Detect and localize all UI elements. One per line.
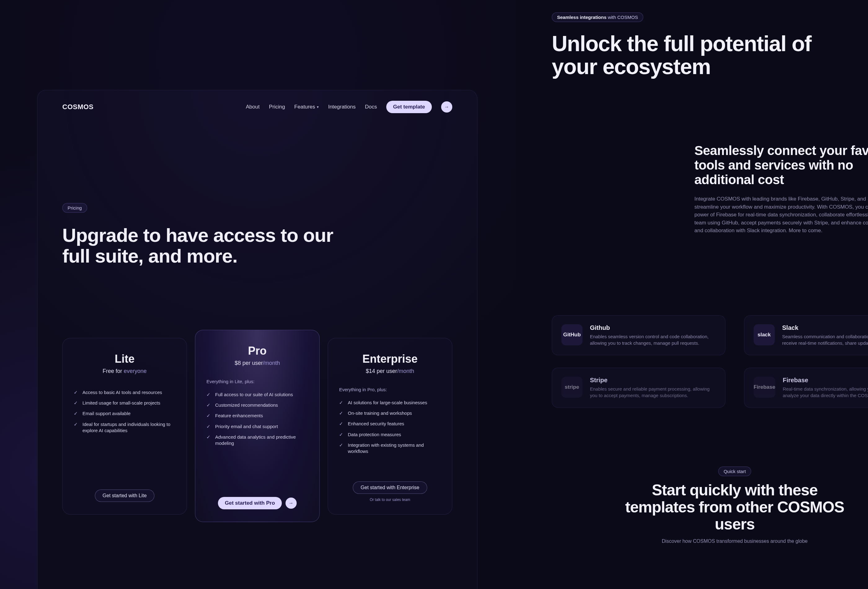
- plan-pro-price-prefix: $8 per user: [235, 360, 263, 366]
- check-icon: ✓: [339, 411, 344, 416]
- integration-card-slack[interactable]: slack Slack Seamless communication and c…: [744, 315, 868, 355]
- check-icon: ✓: [207, 403, 211, 408]
- get-template-button[interactable]: Get template: [386, 101, 432, 113]
- plan-card-enterprise: Enterprise $14 per user/month Everything…: [328, 338, 452, 515]
- plan-pro-price-suffix: /month: [263, 360, 280, 366]
- check-icon: ✓: [74, 400, 79, 406]
- plan-pro-price: $8 per user/month: [207, 360, 308, 366]
- github-icon: GitHub: [561, 324, 583, 345]
- plan-enterprise-features: ✓AI solutions for large-scale businesses…: [339, 400, 441, 455]
- check-icon: ✓: [207, 424, 211, 430]
- quickstart-title: Start quickly with these templates from …: [623, 482, 846, 533]
- plan-enterprise-price-prefix: $14 per user: [366, 368, 397, 374]
- check-icon: ✓: [74, 411, 79, 417]
- integration-title: Firebase: [783, 376, 868, 384]
- list-item: Priority email and chat support: [215, 424, 278, 430]
- plan-pro-name: Pro: [207, 344, 308, 357]
- logo[interactable]: COSMOS: [62, 103, 94, 111]
- integration-title: Github: [590, 324, 716, 331]
- plan-enterprise-price: $14 per user/month: [339, 368, 441, 375]
- integration-title: Slack: [782, 324, 868, 331]
- list-item: Customized recommendations: [215, 402, 278, 408]
- list-item: On-site training and workshops: [348, 410, 412, 416]
- list-item: Email support available: [83, 410, 130, 417]
- check-icon: ✓: [339, 432, 344, 438]
- chevron-down-icon: ▾: [317, 105, 319, 109]
- pricing-tag: Pricing: [62, 203, 87, 213]
- enterprise-cta-button[interactable]: Get started with Enterprise: [353, 481, 427, 494]
- pro-cta-button[interactable]: Get started with Pro: [218, 497, 282, 509]
- integrations-tag-rest: with COSMOS: [606, 15, 638, 20]
- plan-enterprise-name: Enterprise: [339, 353, 441, 366]
- enterprise-sales-link[interactable]: Or talk to our sales team: [370, 497, 410, 502]
- nav-integrations[interactable]: Integrations: [328, 104, 356, 110]
- stripe-icon: stripe: [561, 376, 583, 398]
- check-icon: ✓: [207, 413, 211, 419]
- plan-enterprise-lead: Everything in Pro, plus:: [339, 387, 441, 392]
- plan-pro-features: ✓Full access to our suite of AI solution…: [207, 391, 308, 447]
- hero-block: Pricing Upgrade to have access to our fu…: [62, 203, 452, 267]
- nav-features[interactable]: Features ▾: [294, 104, 319, 110]
- integrations-tag-bold: Seamless integrations: [557, 15, 606, 20]
- check-icon: ✓: [339, 421, 344, 427]
- integration-title: Stripe: [590, 376, 716, 384]
- quickstart-block: Quick start Start quickly with these tem…: [552, 466, 868, 544]
- check-icon: ✓: [74, 422, 79, 434]
- integration-card-firebase[interactable]: Firebase Firebase Real-time data synchro…: [744, 368, 868, 407]
- list-item: Access to basic AI tools and resources: [83, 389, 162, 396]
- quickstart-tag: Quick start: [718, 466, 751, 476]
- integrations-sub-title: Seamlessly connect your favorite tools a…: [694, 143, 868, 187]
- check-icon: ✓: [207, 392, 211, 398]
- integrations-tag: Seamless integrations with COSMOS: [552, 12, 868, 22]
- list-item: Ideal for startups and individuals looki…: [83, 421, 176, 434]
- nav-docs[interactable]: Docs: [365, 104, 377, 110]
- lite-cta-button[interactable]: Get started with Lite: [95, 490, 154, 502]
- topbar: COSMOS About Pricing Features ▾ Integrat…: [62, 90, 452, 120]
- integrations-grid: GitHub Github Enables seamless version c…: [552, 315, 868, 407]
- hero-title: Upgrade to have access to our full suite…: [62, 225, 347, 267]
- plan-card-pro: Pro $8 per user/month Everything in Lite…: [195, 330, 320, 522]
- list-item: AI solutions for large-scale businesses: [348, 400, 427, 406]
- list-item: Limited usage for small-scale projects: [83, 400, 160, 406]
- quickstart-sub: Discover how COSMOS transformed business…: [564, 539, 868, 544]
- nav: About Pricing Features ▾ Integrations Do…: [246, 101, 452, 113]
- plan-card-lite: Lite Free for everyone ✓Access to basic …: [62, 338, 187, 515]
- list-item: Data protection measures: [348, 431, 401, 438]
- plan-pro-lead: Everything in Lite, plus:: [207, 379, 308, 384]
- plan-lite-price-suffix: everyone: [124, 368, 147, 374]
- plan-lite-name: Lite: [74, 353, 176, 366]
- pricing-row: Lite Free for everyone ✓Access to basic …: [62, 338, 452, 515]
- nav-features-label: Features: [294, 104, 315, 110]
- integration-desc: Enables seamless version control and cod…: [590, 333, 716, 346]
- list-item: Integration with existing systems and wo…: [348, 442, 441, 455]
- integration-desc: Enables secure and reliable payment proc…: [590, 386, 716, 399]
- integrations-hero: Unlock the full potential of your ecosys…: [552, 32, 812, 78]
- check-icon: ✓: [339, 400, 344, 406]
- nav-pricing[interactable]: Pricing: [269, 104, 285, 110]
- integration-card-github[interactable]: GitHub Github Enables seamless version c…: [552, 315, 725, 355]
- pro-arrow-button[interactable]: →: [285, 497, 297, 509]
- check-icon: ✓: [339, 443, 344, 455]
- check-icon: ✓: [74, 390, 79, 396]
- integration-desc: Seamless communication and collaboration…: [782, 333, 868, 346]
- arrow-right-icon: →: [289, 500, 294, 506]
- list-item: Feature enhancements: [215, 413, 263, 419]
- plan-lite-features: ✓Access to basic AI tools and resources …: [74, 389, 176, 434]
- arrow-button[interactable]: →: [441, 101, 452, 112]
- integration-desc: Real-time data synchronization, allowing…: [783, 386, 868, 399]
- check-icon: ✓: [207, 435, 211, 447]
- integrations-sub-block: Seamlessly connect your favorite tools a…: [694, 143, 868, 235]
- list-item: Full access to our suite of AI solutions: [215, 391, 293, 398]
- arrow-right-icon: →: [444, 104, 449, 110]
- integration-card-stripe[interactable]: stripe Stripe Enables secure and reliabl…: [552, 368, 725, 407]
- integrations-sub-body: Integrate COSMOS with leading brands lik…: [694, 195, 868, 235]
- list-item: Advanced data analytics and predictive m…: [215, 434, 308, 447]
- slack-icon: slack: [754, 324, 775, 345]
- browser-frame: COSMOS About Pricing Features ▾ Integrat…: [37, 90, 477, 589]
- list-item: Enhanced security features: [348, 421, 404, 427]
- plan-enterprise-price-suffix: /month: [397, 368, 414, 374]
- nav-about[interactable]: About: [246, 104, 260, 110]
- plan-lite-price-prefix: Free for: [103, 368, 124, 374]
- plan-lite-price: Free for everyone: [74, 368, 176, 375]
- firebase-icon: Firebase: [754, 376, 775, 398]
